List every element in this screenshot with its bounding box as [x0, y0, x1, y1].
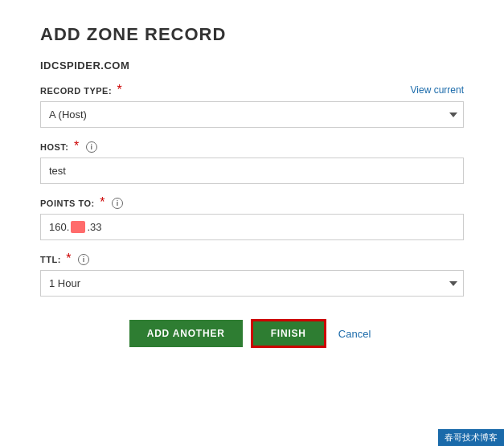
- add-another-button[interactable]: ADD ANOTHER: [129, 320, 243, 347]
- host-info-icon[interactable]: i: [86, 141, 97, 153]
- ttl-info-icon[interactable]: i: [78, 254, 89, 265]
- host-label-row: HOST: * i: [40, 139, 464, 153]
- record-type-required: *: [117, 83, 122, 96]
- domain-name: IDCSPIDER.COM: [40, 59, 464, 72]
- points-to-group: POINTS TO: * i 160. .33: [40, 195, 464, 240]
- ttl-select-wrapper: 1/2 Hour 1 Hour 2 Hours 5 Hours 12 Hours…: [40, 270, 464, 297]
- ttl-label-container: TTL: * i: [40, 252, 89, 266]
- points-to-redacted: [71, 221, 85, 233]
- points-to-label: POINTS TO:: [40, 198, 95, 208]
- host-group: HOST: * i: [40, 139, 464, 184]
- points-to-info-icon[interactable]: i: [112, 198, 123, 209]
- page-wrapper: ADD ZONE RECORD IDCSPIDER.COM RECORD TYP…: [0, 0, 504, 446]
- record-type-label-row: RECORD TYPE: * View current: [40, 83, 464, 97]
- host-label: HOST:: [40, 142, 69, 152]
- page-title: ADD ZONE RECORD: [40, 24, 464, 45]
- host-required: *: [74, 139, 79, 153]
- points-to-label-row: POINTS TO: * i: [40, 195, 464, 210]
- points-to-prefix: 160.: [49, 221, 69, 233]
- cancel-button[interactable]: Cancel: [334, 328, 375, 340]
- ttl-select[interactable]: 1/2 Hour 1 Hour 2 Hours 5 Hours 12 Hours…: [40, 270, 464, 297]
- ttl-required: *: [66, 252, 71, 265]
- record-type-label-container: RECORD TYPE: *: [40, 83, 122, 97]
- points-to-display[interactable]: 160. .33: [40, 214, 464, 240]
- record-type-select-wrapper: A (Host) AAAA (IPv6 Address) CNAME (Alia…: [40, 101, 464, 128]
- host-label-container: HOST: * i: [40, 139, 97, 153]
- points-to-suffix: .33: [87, 221, 101, 233]
- ttl-label-row: TTL: * i: [40, 252, 464, 266]
- points-to-label-container: POINTS TO: * i: [40, 195, 123, 210]
- host-input[interactable]: [40, 158, 464, 184]
- record-type-group: RECORD TYPE: * View current A (Host) AAA…: [40, 83, 464, 128]
- points-to-required: *: [100, 195, 104, 209]
- finish-button[interactable]: FINISH: [251, 319, 326, 348]
- record-type-select[interactable]: A (Host) AAAA (IPv6 Address) CNAME (Alia…: [40, 101, 464, 128]
- ttl-group: TTL: * i 1/2 Hour 1 Hour 2 Hours 5 Hours…: [40, 252, 464, 297]
- view-current-link[interactable]: View current: [411, 84, 464, 96]
- record-type-label: RECORD TYPE:: [40, 86, 112, 96]
- watermark: 春哥技术博客: [438, 429, 504, 446]
- button-row: ADD ANOTHER FINISH Cancel: [40, 319, 464, 348]
- ttl-label: TTL:: [40, 255, 61, 264]
